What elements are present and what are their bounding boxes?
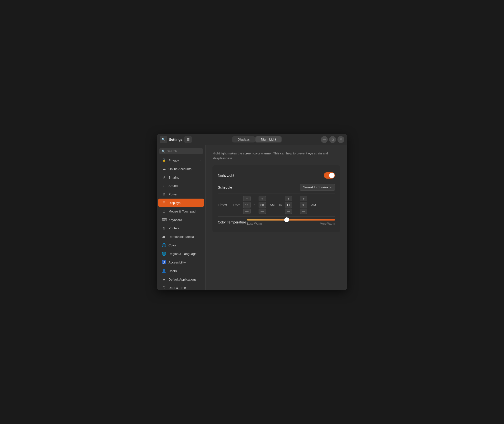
users-icon: 👤 xyxy=(162,269,166,273)
color-temp-slider-thumb[interactable] xyxy=(284,217,289,222)
night-light-row: Night Light xyxy=(218,170,335,181)
sidebar-label-keyboard: Keyboard xyxy=(168,218,182,222)
night-light-card: Night Light Schedule Sunset to Sunrise ▾… xyxy=(212,165,340,232)
from-hour-increment[interactable]: + xyxy=(243,196,251,201)
sidebar-item-privacy[interactable]: 🔒 Privacy › xyxy=(158,156,204,164)
sharing-icon: ⇄ xyxy=(162,175,166,180)
title-search-button[interactable]: 🔍 xyxy=(160,136,167,143)
star-icon: ★ xyxy=(162,277,166,282)
from-hour-spinner: + 11 — xyxy=(243,196,251,214)
sidebar-item-removable-media[interactable]: ⏏ Removable Media xyxy=(158,232,204,241)
more-warm-label: More Warm xyxy=(320,222,335,225)
to-minute-value: 00 xyxy=(300,202,307,208)
power-icon: ⊕ xyxy=(162,192,166,196)
clock-icon: ⏱ xyxy=(162,286,166,290)
color-temp-label: Color Temperature xyxy=(218,220,247,224)
colon-to: : xyxy=(295,203,297,207)
sidebar-label-privacy: Privacy xyxy=(168,159,179,162)
sidebar-item-power[interactable]: ⊕ Power xyxy=(158,190,204,198)
times-label: Times xyxy=(218,203,230,207)
color-temp-slider-container: Less Warm More Warm xyxy=(247,219,335,225)
mouse-icon: ⬡ xyxy=(162,209,166,213)
schedule-dropdown[interactable]: Sunset to Sunrise ▾ xyxy=(300,184,335,191)
night-light-description: Night light makes the screen color warme… xyxy=(212,151,340,161)
to-hour-increment[interactable]: + xyxy=(285,196,292,201)
to-minute-spinner: + 00 — xyxy=(300,196,307,214)
from-minute-value: 00 xyxy=(259,202,266,208)
maximize-button[interactable]: □ xyxy=(329,136,336,143)
to-minute-decrement[interactable]: — xyxy=(300,209,307,214)
sidebar-item-users[interactable]: 👤 Users xyxy=(158,267,204,275)
cloud-icon: ☁ xyxy=(162,167,166,171)
color-temperature-row: Color Temperature Less Warm More Warm xyxy=(218,216,335,228)
from-minute-decrement[interactable]: — xyxy=(259,209,266,214)
sound-icon: ♪ xyxy=(162,184,166,188)
app-title: Settings xyxy=(169,138,182,141)
colon-from: : xyxy=(253,203,255,207)
sidebar-item-mouse-touchpad[interactable]: ⬡ Mouse & Touchpad xyxy=(158,207,204,215)
sidebar-item-sound[interactable]: ♪ Sound xyxy=(158,182,204,190)
slider-labels: Less Warm More Warm xyxy=(247,222,335,225)
sidebar-label-sound: Sound xyxy=(168,184,178,188)
removable-media-icon: ⏏ xyxy=(162,234,166,239)
sidebar-label-displays: Displays xyxy=(168,201,180,205)
chevron-down-icon: ▾ xyxy=(330,185,332,189)
titlebar-right: — □ ✕ xyxy=(315,136,344,143)
to-minute-increment[interactable]: + xyxy=(300,196,307,201)
night-light-label: Night Light xyxy=(218,173,234,177)
sidebar-label-online-accounts: Online Accounts xyxy=(168,167,191,171)
settings-window: 🔍 Settings ☰ Displays Night Light — □ ✕ … xyxy=(157,134,347,290)
close-button[interactable]: ✕ xyxy=(337,136,344,143)
minimize-button[interactable]: — xyxy=(321,136,328,143)
sidebar-label-region-language: Region & Language xyxy=(168,252,197,256)
times-content: Times From + 11 — : + 00 xyxy=(218,196,317,214)
sidebar-item-keyboard[interactable]: ⌨ Keyboard xyxy=(158,216,204,224)
from-hour-decrement[interactable]: — xyxy=(243,209,251,214)
from-minute-increment[interactable]: + xyxy=(259,196,266,201)
sidebar-label-accessibility: Accessibility xyxy=(168,261,186,264)
tab-night-light[interactable]: Night Light xyxy=(255,136,281,142)
displays-icon: ⊞ xyxy=(162,201,166,205)
sidebar-item-displays[interactable]: ⊞ Displays xyxy=(158,199,204,207)
sidebar-search-box[interactable]: 🔍 xyxy=(159,148,203,154)
night-light-toggle[interactable] xyxy=(324,172,335,179)
sidebar-item-online-accounts[interactable]: ☁ Online Accounts xyxy=(158,165,204,173)
from-minute-spinner: + 00 — xyxy=(259,196,266,214)
to-hour-value: 11 xyxy=(285,202,292,208)
sidebar-label-mouse-touchpad: Mouse & Touchpad xyxy=(168,210,196,213)
to-hour-decrement[interactable]: — xyxy=(285,209,292,214)
printer-icon: ⎙ xyxy=(162,226,166,230)
color-temp-slider-track[interactable] xyxy=(247,219,335,221)
search-icon: 🔍 xyxy=(162,150,165,153)
schedule-row: Schedule Sunset to Sunrise ▾ xyxy=(218,181,335,193)
tab-displays[interactable]: Displays xyxy=(232,136,255,142)
schedule-value: Sunset to Sunrise xyxy=(303,185,328,189)
search-input[interactable] xyxy=(167,149,200,153)
from-ampm: AM xyxy=(269,203,276,207)
sidebar-label-default-applications: Default Applications xyxy=(168,278,196,281)
times-row: Times From + 11 — : + 00 xyxy=(218,193,335,216)
main-content: 🔍 🔒 Privacy › ☁ Online Accounts ⇄ Sharin… xyxy=(157,145,347,290)
sidebar-item-color[interactable]: 🌐 Color xyxy=(158,241,204,249)
sidebar-item-printers[interactable]: ⎙ Printers xyxy=(158,224,204,232)
sidebar-label-power: Power xyxy=(168,192,178,196)
sidebar-item-sharing[interactable]: ⇄ Sharing xyxy=(158,173,204,182)
sidebar-label-printers: Printers xyxy=(168,226,179,230)
to-hour-spinner: + 11 — xyxy=(285,196,292,214)
to-ampm: AM xyxy=(310,203,317,207)
region-icon: 🌐 xyxy=(162,252,166,256)
menu-button[interactable]: ☰ xyxy=(184,136,192,143)
sidebar-label-users: Users xyxy=(168,269,177,273)
tab-bar: Displays Night Light xyxy=(199,136,315,142)
sidebar-label-sharing: Sharing xyxy=(168,176,179,179)
from-label: From xyxy=(233,203,240,207)
content-area: Night light makes the screen color warme… xyxy=(206,145,347,290)
sidebar-item-region-language[interactable]: 🌐 Region & Language xyxy=(158,250,204,258)
from-hour-value: 11 xyxy=(243,202,251,208)
accessibility-icon: ♿ xyxy=(162,260,166,264)
sidebar-item-accessibility[interactable]: ♿ Accessibility xyxy=(158,258,204,266)
sidebar-item-date-time[interactable]: ⏱ Date & Time xyxy=(158,284,204,290)
sidebar-item-default-applications[interactable]: ★ Default Applications xyxy=(158,275,204,283)
less-warm-label: Less Warm xyxy=(247,222,262,225)
titlebar: 🔍 Settings ☰ Displays Night Light — □ ✕ xyxy=(157,134,347,145)
